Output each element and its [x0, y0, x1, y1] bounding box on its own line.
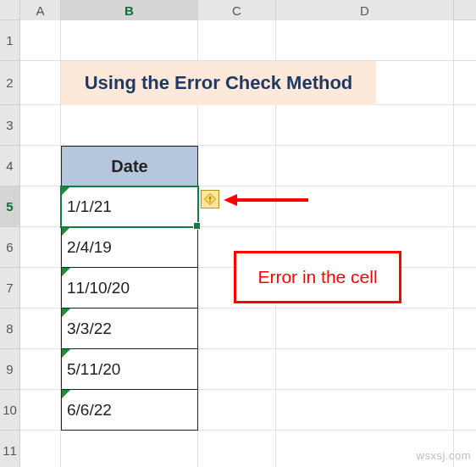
cell-area[interactable]: Using the Error Check Method Date 1/1/21… [20, 20, 476, 467]
cell-value: 3/3/22 [67, 320, 112, 338]
row-header-6[interactable]: 6 [0, 227, 20, 268]
error-triangle-icon [62, 227, 70, 236]
row-header-1[interactable]: 1 [0, 20, 20, 61]
row-header-9[interactable]: 9 [0, 349, 20, 390]
row-header-8[interactable]: 8 [0, 309, 20, 349]
data-cell-b9[interactable]: 5/11/20 [61, 349, 198, 390]
error-triangle-icon [62, 390, 70, 398]
row-header-4[interactable]: 4 [0, 146, 20, 186]
row-header-11[interactable]: 11 [0, 431, 20, 467]
select-all-corner[interactable] [0, 0, 20, 20]
data-cell-b5[interactable]: 1/1/21 [61, 186, 198, 227]
data-cell-b8[interactable]: 3/3/22 [61, 309, 198, 349]
error-triangle-icon [62, 186, 70, 195]
cell-value: 5/11/20 [67, 360, 120, 379]
row-header-10[interactable]: 10 [0, 390, 20, 431]
data-cell-b6[interactable]: 2/4/19 [61, 227, 198, 268]
title-banner: Using the Error Check Method [61, 61, 376, 105]
cell-value: 6/6/22 [67, 401, 112, 420]
col-header-d[interactable]: D [276, 0, 454, 20]
spreadsheet-grid: A B C D 1 2 3 4 5 6 7 8 9 10 11 Us [0, 0, 476, 467]
cell-value: 1/1/21 [67, 197, 112, 216]
svg-marker-4 [224, 194, 237, 206]
error-check-button[interactable] [201, 190, 219, 208]
table-header-date[interactable]: Date [61, 146, 198, 186]
error-triangle-icon [62, 268, 70, 276]
row-header-3[interactable]: 3 [0, 105, 20, 146]
row-header-5[interactable]: 5 [0, 186, 20, 227]
column-header-row: A B C D [0, 0, 476, 20]
cell-value: 2/4/19 [67, 238, 112, 257]
watermark: wsxsj.com [417, 449, 471, 462]
arrow-icon [224, 194, 308, 206]
row-header-column: 1 2 3 4 5 6 7 8 9 10 11 [0, 20, 20, 467]
error-triangle-icon [62, 349, 70, 358]
error-triangle-icon [62, 309, 70, 317]
svg-point-2 [209, 201, 211, 203]
col-header-b[interactable]: B [61, 0, 198, 20]
data-cell-b7[interactable]: 11/10/20 [61, 268, 198, 309]
warning-icon [203, 192, 217, 206]
row-header-7[interactable]: 7 [0, 268, 20, 309]
col-header-a[interactable]: A [20, 0, 61, 20]
callout-box: Error in the cell [234, 251, 401, 303]
data-cell-b10[interactable]: 6/6/22 [61, 390, 198, 431]
cell-value: 11/10/20 [67, 279, 130, 297]
col-header-c[interactable]: C [198, 0, 276, 20]
row-header-2[interactable]: 2 [0, 61, 20, 105]
